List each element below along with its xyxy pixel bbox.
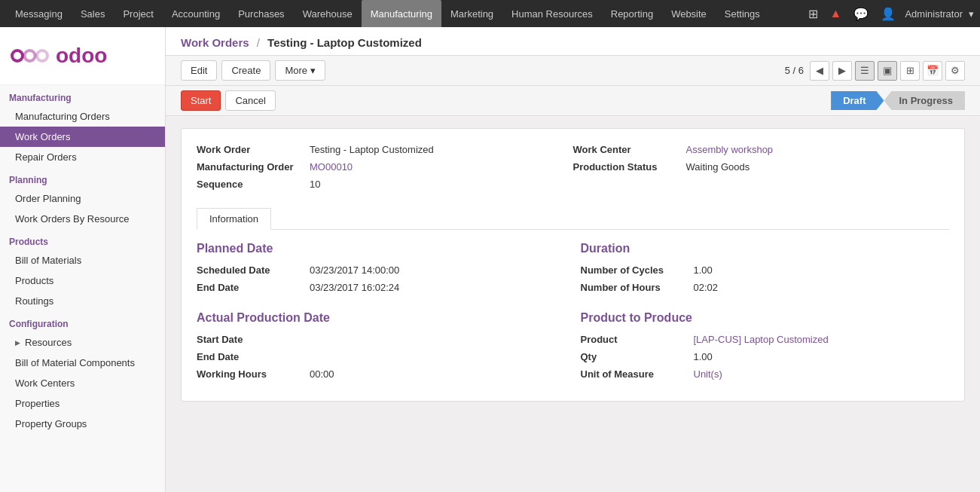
columns-view-button[interactable]: ⊞ xyxy=(900,61,920,81)
toolbar: Edit Create More ▾ 5 / 6 ◀ ▶ ☰ ▣ ⊞ 📅 ⚙ xyxy=(166,56,980,86)
breadcrumb-bar: Work Orders / Testing - Laptop Customize… xyxy=(166,27,980,56)
breadcrumb-parent[interactable]: Work Orders xyxy=(181,36,249,49)
sidebar-item-property-groups[interactable]: Property Groups xyxy=(0,414,165,434)
more-button[interactable]: More ▾ xyxy=(275,60,325,81)
sidebar-item-manufacturing-orders[interactable]: Manufacturing Orders xyxy=(0,106,165,127)
product-label: Product xyxy=(581,334,694,345)
nav-item-website[interactable]: Website xyxy=(662,0,716,27)
scheduled-date-label: Scheduled Date xyxy=(197,264,310,276)
main-content: Work Orders / Testing - Laptop Customize… xyxy=(166,27,980,492)
section-title-configuration: Configuration xyxy=(0,311,165,332)
sidebar-item-resources[interactable]: Resources xyxy=(0,332,165,353)
product-value[interactable]: [LAP-CUS] Laptop Customized xyxy=(694,334,829,345)
manufacturing-order-label: Manufacturing Order xyxy=(197,161,310,173)
breadcrumb-separator: / xyxy=(257,36,260,49)
production-status-value: Waiting Goods xyxy=(686,161,750,173)
cycles-value: 1.00 xyxy=(694,264,713,276)
nav-item-purchases[interactable]: Purchases xyxy=(229,0,293,27)
actual-start-date-row: Start Date xyxy=(197,334,566,345)
sidebar-item-products[interactable]: Products xyxy=(0,270,165,291)
calendar-view-button[interactable]: 📅 xyxy=(923,61,942,81)
home-icon[interactable]: ⊞ xyxy=(805,7,821,21)
uom-value[interactable]: Unit(s) xyxy=(694,368,722,380)
actual-start-date-label: Start Date xyxy=(197,334,310,345)
nav-item-sales[interactable]: Sales xyxy=(72,0,114,27)
sidebar-item-work-orders-by-resource[interactable]: Work Orders By Resource xyxy=(0,209,165,229)
top-navigation: Messaging Sales Project Accounting Purch… xyxy=(0,0,980,27)
chat-icon[interactable]: 💬 xyxy=(850,7,872,21)
end-date-label: End Date xyxy=(197,282,310,293)
sidebar-item-order-planning[interactable]: Order Planning xyxy=(0,188,165,209)
action-bar: Start Cancel Draft In Progress xyxy=(166,86,980,116)
nav-item-warehouse[interactable]: Warehouse xyxy=(294,0,362,27)
nav-item-hr[interactable]: Human Resources xyxy=(502,0,602,27)
manufacturing-order-row: Manufacturing Order MO00010 xyxy=(197,161,573,173)
odoo-text: odoo xyxy=(56,44,107,68)
working-hours-row: Working Hours 00:00 xyxy=(197,368,566,380)
qty-row: Qty 1.00 xyxy=(581,351,950,362)
sidebar-item-properties[interactable]: Properties xyxy=(0,393,165,414)
settings-view-button[interactable]: ⚙ xyxy=(945,61,965,81)
next-record-button[interactable]: ▶ xyxy=(832,61,852,81)
breadcrumb: Work Orders / Testing - Laptop Customize… xyxy=(181,36,422,49)
admin-dropdown-icon[interactable]: ▾ xyxy=(969,8,974,20)
qty-value: 1.00 xyxy=(694,351,713,362)
section-title-manufacturing: Manufacturing xyxy=(0,85,165,106)
alert-icon[interactable]: ▲ xyxy=(827,7,845,20)
section-title-products: Products xyxy=(0,229,165,250)
hours-value: 02:02 xyxy=(694,282,719,293)
sidebar-item-work-centers[interactable]: Work Centers xyxy=(0,373,165,393)
status-bar: Draft In Progress xyxy=(831,91,965,110)
right-info: Duration Number of Cycles 1.00 Number of… xyxy=(581,242,950,386)
odoo-logo-svg xyxy=(9,39,54,72)
nav-item-settings[interactable]: Settings xyxy=(716,0,769,27)
cancel-button[interactable]: Cancel xyxy=(225,90,275,111)
sidebar-item-bom[interactable]: Bill of Materials xyxy=(0,250,165,270)
page-indicator: 5 / 6 xyxy=(785,65,804,76)
product-row: Product [LAP-CUS] Laptop Customized xyxy=(581,334,950,345)
nav-item-marketing[interactable]: Marketing xyxy=(441,0,502,27)
avatar-icon[interactable]: 👤 xyxy=(878,7,899,21)
actual-end-date-row: End Date xyxy=(197,351,566,362)
actual-production-section: Actual Production Date Start Date End Da… xyxy=(197,311,566,380)
svg-point-5 xyxy=(38,52,46,60)
form-fields-top: Work Order Testing - Laptop Customized M… xyxy=(197,144,949,196)
admin-label[interactable]: Administrator xyxy=(905,8,963,20)
nav-item-accounting[interactable]: Accounting xyxy=(163,0,229,27)
product-to-produce-section: Product to Produce Product [LAP-CUS] Lap… xyxy=(581,311,950,380)
top-nav-right: ⊞ ▲ 💬 👤 Administrator ▾ xyxy=(805,7,974,21)
status-in-progress[interactable]: In Progress xyxy=(884,91,965,110)
qty-label: Qty xyxy=(581,351,694,362)
cycles-row: Number of Cycles 1.00 xyxy=(581,264,950,276)
breadcrumb-current: Testing - Laptop Customized xyxy=(267,36,422,49)
scheduled-date-row: Scheduled Date 03/23/2017 14:00:00 xyxy=(197,264,566,276)
create-button[interactable]: Create xyxy=(221,60,270,81)
toolbar-right: 5 / 6 ◀ ▶ ☰ ▣ ⊞ 📅 ⚙ xyxy=(785,61,965,81)
work-center-value[interactable]: Assembly workshop xyxy=(686,144,774,155)
form-view-button[interactable]: ▣ xyxy=(878,61,897,81)
nav-item-project[interactable]: Project xyxy=(114,0,162,27)
status-draft[interactable]: Draft xyxy=(831,91,884,110)
prev-record-button[interactable]: ◀ xyxy=(810,61,829,81)
uom-label: Unit of Measure xyxy=(581,368,694,380)
start-button[interactable]: Start xyxy=(181,90,221,111)
sidebar-item-bom-components[interactable]: Bill of Material Components xyxy=(0,353,165,373)
sidebar-item-routings[interactable]: Routings xyxy=(0,291,165,311)
sidebar-item-work-orders[interactable]: Work Orders xyxy=(0,127,165,147)
hours-row: Number of Hours 02:02 xyxy=(581,282,950,293)
tab-information[interactable]: Information xyxy=(197,208,271,230)
actual-end-date-label: End Date xyxy=(197,351,310,362)
end-date-row: End Date 03/23/2017 16:02:24 xyxy=(197,282,566,293)
list-view-button[interactable]: ☰ xyxy=(855,61,875,81)
nav-item-messaging[interactable]: Messaging xyxy=(6,0,72,27)
sequence-label: Sequence xyxy=(197,179,310,190)
manufacturing-order-value[interactable]: MO00010 xyxy=(310,161,353,173)
nav-item-reporting[interactable]: Reporting xyxy=(602,0,662,27)
logo-area: odoo xyxy=(0,27,165,85)
sidebar-item-repair-orders[interactable]: Repair Orders xyxy=(0,147,165,167)
nav-item-manufacturing[interactable]: Manufacturing xyxy=(362,0,441,27)
edit-button[interactable]: Edit xyxy=(181,60,217,81)
actual-production-header: Actual Production Date xyxy=(197,311,566,325)
info-grid: Planned Date Scheduled Date 03/23/2017 1… xyxy=(197,242,949,386)
main-layout: odoo Manufacturing Manufacturing Orders … xyxy=(0,27,980,492)
